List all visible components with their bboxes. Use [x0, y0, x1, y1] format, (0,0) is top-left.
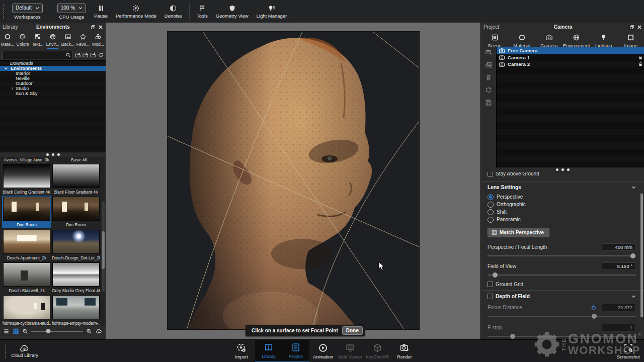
folder-import-icon[interactable] [83, 52, 88, 58]
chevron-down-icon[interactable] [631, 186, 636, 189]
web-viewer-button[interactable]: Web Viewer [337, 340, 364, 362]
toolbar-drag-handle[interactable] [3, 4, 6, 19]
close-icon[interactable] [98, 25, 103, 30]
field-of-view-slider[interactable] [488, 275, 636, 276]
match-perspective-button[interactable]: Match Perspective [488, 228, 549, 237]
panel-splitter[interactable] [0, 152, 106, 157]
tools-button[interactable]: Tools [193, 0, 212, 23]
tree-item-environments[interactable]: Environments [0, 66, 106, 71]
lens-mode-shift[interactable]: Shift [488, 209, 636, 215]
ground-grid-row[interactable]: Ground Grid [488, 282, 636, 287]
tab-materials[interactable]: Mate... [0, 31, 15, 49]
slider-handle[interactable] [510, 334, 515, 339]
chevron-down-icon[interactable] [4, 66, 8, 70]
toolbar-drag-handle[interactable] [5, 344, 8, 358]
radio-selected[interactable] [488, 194, 494, 200]
cpu-usage-dropdown[interactable]: 100 % [57, 4, 86, 13]
close-icon[interactable] [637, 25, 642, 30]
tree-item-neville[interactable]: Neville [0, 76, 106, 81]
focus-picker-icon[interactable] [590, 304, 597, 311]
focal-length-slider[interactable] [488, 255, 636, 256]
focal-length-value[interactable]: 400 mm [602, 243, 636, 251]
tree-item-studio[interactable]: Studio [0, 86, 106, 91]
screenshot-button[interactable]: Screenshot [615, 340, 642, 362]
performance-mode-button[interactable]: P Performance Mode [112, 0, 160, 23]
undock-panel-icon[interactable] [91, 25, 96, 30]
delete-camera-icon[interactable] [485, 74, 492, 81]
thumb-black-floor-gradient[interactable]: Black Floor Gradient 4K [51, 164, 101, 195]
slider-handle[interactable] [592, 314, 597, 319]
thumb-dim-room-selected[interactable]: Dim Room [2, 196, 51, 228]
lens-mode-orthographic[interactable]: Orthographic [488, 201, 636, 208]
tab-backplates[interactable]: Back... [60, 31, 75, 49]
search-field[interactable] [3, 51, 73, 59]
render-button[interactable]: Render [391, 340, 418, 362]
tab-textures[interactable]: Text... [30, 31, 45, 49]
folder-add-icon[interactable] [75, 52, 80, 58]
save-camera-icon[interactable] [485, 99, 492, 106]
stay-above-ground-row[interactable]: Stay Above Ground [488, 172, 636, 176]
zoom-out-icon[interactable] [22, 328, 28, 334]
f-stop-slider[interactable] [488, 336, 636, 337]
tree-item-sun-sky[interactable]: Sun & Sky [0, 91, 106, 96]
project-scrollbar[interactable] [640, 173, 643, 337]
thumb-dosch-dirt-lot[interactable]: Dosch-Design_Dirt-Lot_2k [51, 230, 101, 260]
stay-above-ground-checkbox[interactable] [488, 172, 493, 176]
library-button[interactable]: Library [255, 340, 282, 362]
panel-splitter[interactable] [481, 167, 644, 172]
library-scrollbar[interactable] [102, 201, 105, 292]
field-of-view-value[interactable]: 5.153 ° [602, 262, 636, 270]
radio[interactable] [488, 209, 494, 215]
cloud-download-icon[interactable] [95, 328, 103, 335]
tree-item-outdoor[interactable]: Outdoor [0, 81, 106, 86]
f-stop-value[interactable]: 1 [602, 324, 636, 331]
tab-colors[interactable]: Colors [15, 31, 30, 49]
reset-camera-icon[interactable] [485, 86, 492, 94]
realtime-viewport[interactable]: Click on a surface to set Focal Point Do… [106, 23, 480, 339]
refresh-icon[interactable] [98, 52, 103, 58]
add-camera-icon[interactable] [485, 49, 493, 56]
lens-mode-panoramic[interactable]: Panoramic [488, 216, 636, 223]
thumb-hdrmaps-cyclorama[interactable]: hdrmaps-cyclorama-stud... [2, 295, 51, 326]
thumbnail-size-slider[interactable] [31, 331, 83, 332]
cloud-library-button[interactable]: Cloud Library [10, 340, 39, 362]
done-button[interactable]: Done [342, 326, 363, 335]
render-canvas[interactable] [168, 32, 419, 329]
thumb-grey-studio[interactable]: Grey Studio Grey Floor 4K [51, 262, 101, 293]
depth-of-field-header[interactable]: Depth of Field [488, 294, 636, 299]
chevron-down-icon[interactable] [631, 295, 636, 298]
geometry-view-button[interactable]: Geometry View [212, 0, 253, 23]
camera-row-camera-1[interactable]: Camera 1 [497, 54, 644, 61]
depth-of-field-checkbox[interactable] [488, 294, 493, 299]
focus-distance-slider[interactable] [488, 316, 636, 317]
ground-grid-checkbox[interactable] [488, 282, 493, 287]
tab-environments[interactable]: Envir... [45, 31, 60, 49]
tree-item-interior[interactable]: Interior [0, 71, 106, 76]
scrollbar-thumb[interactable] [102, 231, 105, 269]
workspaces-dropdown[interactable]: Default [12, 4, 43, 13]
focus-distance-value[interactable]: 29.872 [602, 304, 636, 311]
lock-icon[interactable] [638, 55, 643, 60]
thumb-black-ceiling-gradient[interactable]: Black Ceiling Gradient 4K [2, 164, 51, 195]
keyshotxr-button[interactable]: KeyShotXR [364, 340, 391, 362]
denoise-button[interactable]: Denoise [160, 0, 186, 23]
light-manager-button[interactable]: Light Manager [253, 0, 291, 23]
pause-button[interactable]: Pause [90, 0, 112, 23]
thumb-dim-room[interactable]: Dim Room [51, 197, 101, 228]
zoom-in-icon[interactable] [86, 328, 92, 334]
import-button[interactable]: Import [228, 340, 255, 362]
radio[interactable] [488, 217, 494, 223]
scrollbar-thumb[interactable] [640, 194, 643, 317]
slider-handle[interactable] [46, 329, 50, 333]
folder-export-icon[interactable] [90, 52, 96, 58]
animation-button[interactable]: Animation [309, 340, 337, 362]
lens-mode-perspective[interactable]: Perspective [488, 194, 636, 200]
radio[interactable] [488, 202, 494, 208]
project-button[interactable]: Project [282, 340, 309, 362]
tab-favorites[interactable]: Favo... [75, 31, 91, 49]
slider-handle[interactable] [630, 253, 635, 258]
slider-handle[interactable] [493, 273, 498, 278]
tab-models[interactable]: Mod... [91, 31, 106, 49]
thumb-hdrmaps-modern[interactable]: hdrmaps-empty-modern-... [51, 295, 101, 326]
duplicate-camera-icon[interactable] [485, 61, 493, 68]
